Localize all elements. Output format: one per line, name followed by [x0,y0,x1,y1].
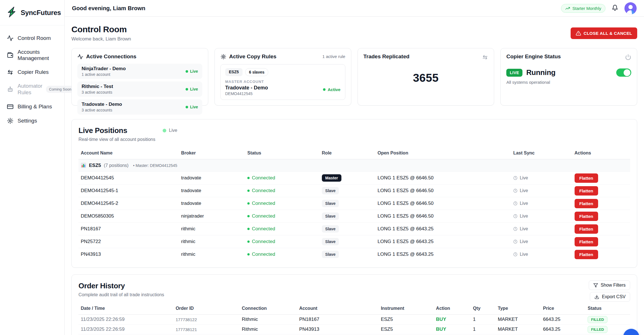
sidebar-item-accounts-management[interactable]: Accounts Management [3,46,61,65]
last-sync-cell: Live [511,223,572,235]
order-history-section: Order History Complete audit trail of al… [71,274,637,335]
filled-badge: FILLED [588,316,607,323]
master-account-name: Tradovate - Demo [225,85,269,91]
user-avatar[interactable] [624,2,637,14]
flatten-button[interactable]: Flatten [575,186,598,196]
position-row: DEMO5850305 ninjatrader Connected Slave … [78,210,630,223]
close-all-cancel-button[interactable]: CLOSE ALL & CANCEL [571,27,637,39]
page-title: Control Room [71,25,637,34]
sidebar-item-control-room[interactable]: Control Room [3,32,61,45]
order-status-cell: FILLED [585,325,630,334]
open-position-cell: LONG 1 ESZ5 @ 6646.50 [375,210,511,223]
account-name-cell: DEMO4412545-2 [78,197,179,210]
live-badge: LIVE [506,69,522,77]
connection-list: NinjaTrader - Demo 1 active account Live… [77,64,202,115]
copy-rule-item[interactable]: ESZ5 6 slaves MASTER ACCOUNT Tradovate -… [220,64,345,100]
last-sync-cell: Live [511,197,572,210]
export-csv-button[interactable]: Export CSV [590,292,630,302]
order-id-cell: 177738122 [173,315,240,325]
flatten-button[interactable]: Flatten [575,199,598,208]
card-title: Active Connections [86,53,136,60]
open-position-cell: LONG 1 ESZ5 @ 6646.50 [375,197,511,210]
broker-cell: rithmic [179,235,245,248]
page-content: Control Room Welcome back, Liam Brown CL… [65,17,644,335]
sidebar-item-billing-plans[interactable]: Billing & Plans [3,100,61,113]
show-filters-button[interactable]: Show Filters [589,280,630,290]
notifications-bell-icon[interactable] [612,5,618,12]
column-header: Date / Time [78,303,173,315]
order-datetime-cell: 11/23/2025 22:26:59 [78,325,173,334]
main-area: Good evening, Liam Brown Starter Monthly [65,0,644,335]
sidebar-nav: Control Room Accounts Management Copier … [0,25,64,135]
column-header: Open Position [375,148,511,159]
sidebar-item-settings[interactable]: Settings [3,114,61,127]
flatten-button[interactable]: Flatten [575,212,598,221]
actions-cell: Flatten [572,184,630,197]
order-row: 11/23/2025 22:26:59 177738121 Rithmic PN… [78,325,630,334]
role-badge: Slave [322,212,339,220]
connection-item[interactable]: Tradovate - Demo 3 active accounts Live [77,99,202,115]
last-sync-cell: Live [511,235,572,248]
engine-toggle[interactable] [616,68,631,77]
order-instrument-cell: ESZ5 [379,325,434,334]
page-head: Control Room Welcome back, Liam Brown CL… [71,25,637,42]
connection-name: Tradovate - Demo [82,102,122,107]
order-type-cell: MARKET [496,315,541,325]
account-name-cell: PN25722 [78,235,179,248]
column-header: Connection [240,303,297,315]
clock-icon [513,227,518,231]
connection-status: Live [186,87,198,91]
column-header: Type [496,303,541,315]
wallet-icon [7,52,14,59]
active-connections-card: Active Connections NinjaTrader - Demo 1 … [71,48,208,106]
status-cell: Connected [245,223,320,235]
order-id-cell: 177738121 [173,325,240,334]
flatten-button[interactable]: Flatten [575,173,598,183]
role-badge: Slave [322,238,339,245]
column-header: Action [434,303,471,315]
status-dot [186,88,188,91]
sidebar-item-label: Automator Rules [18,83,41,96]
sidebar-item-label: Copier Rules [18,69,49,75]
flatten-button[interactable]: Flatten [575,224,598,234]
flatten-button[interactable]: Flatten [575,237,598,246]
gear-icon [220,54,226,60]
activity-icon [77,54,83,60]
column-header: Account Name [78,148,179,159]
status-dot [247,215,250,217]
flatten-button[interactable]: Flatten [575,250,598,259]
master-account-id: DEMO4412545 [225,91,269,96]
role-cell: Slave [320,210,375,223]
filter-funnel-icon [593,283,598,288]
master-account-label: MASTER ACCOUNT [225,80,269,84]
broker-cell: ninjatrader [179,210,245,223]
order-history-title: Order History [78,282,630,290]
connection-item[interactable]: NinjaTrader - Demo 1 active account Live [77,64,202,79]
order-status-cell: FILLED [585,315,630,325]
position-row: DEMO4412545 tradovate Connected Master L… [78,172,630,184]
open-position-cell: LONG 1 ESZ5 @ 6643.25 [375,248,511,261]
sidebar-item-copier-rules[interactable]: Copier Rules [3,66,61,79]
brand[interactable]: SyncFutures [0,0,64,25]
stat-cards-row: Active Connections NinjaTrader - Demo 1 … [71,48,637,106]
power-icon[interactable] [625,54,631,60]
status-cell: Connected [245,172,320,184]
trending-up-icon [565,6,570,11]
plan-badge: Starter Monthly [561,4,605,13]
order-datetime-cell: 11/23/2025 22:26:59 [78,315,173,325]
clock-icon [513,176,518,180]
position-row: PN18167 rithmic Connected Slave LONG 1 E… [78,223,630,235]
slaves-badge: 6 slaves [245,68,269,76]
group-symbol: ESZ5 [89,163,101,168]
last-sync-cell: Live [511,184,572,197]
account-name-cell: DEMO5850305 [78,210,179,223]
engine-status-subtext: All systems operational [506,80,631,85]
connection-subtext: 1 active account [82,72,126,77]
trades-replicated-value: 3655 [364,72,488,84]
column-header: Order ID [173,303,240,315]
active-rule-count: 1 active rule [322,54,345,59]
order-price-cell: 6643.25 [541,325,586,334]
sidebar-item-automator-rules: Automator Rules Coming Soon [3,80,61,99]
close-all-cancel-label: CLOSE ALL & CANCEL [584,31,632,36]
connection-item[interactable]: Rithmic - Test 3 active accounts Live [77,81,202,97]
